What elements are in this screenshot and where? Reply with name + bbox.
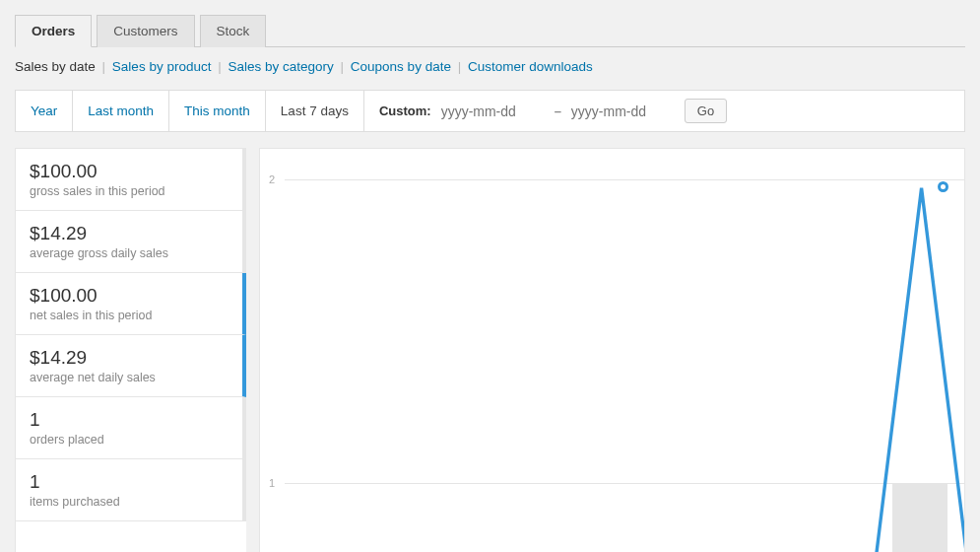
sales-chart: 2 1	[259, 148, 965, 552]
stat-label: orders placed	[30, 433, 229, 447]
period-this-month[interactable]: This month	[169, 91, 266, 131]
stat-value: $100.00	[30, 161, 229, 182]
custom-label: Custom:	[379, 104, 431, 118]
stat-avg-gross-daily[interactable]: $14.29 average gross daily sales	[16, 211, 246, 273]
stat-orders-placed[interactable]: 1 orders placed	[16, 397, 246, 459]
tab-orders[interactable]: Orders	[15, 15, 92, 47]
custom-date-range: Custom: – Go	[364, 91, 964, 131]
separator: |	[218, 59, 222, 74]
stat-value: $14.29	[30, 347, 229, 369]
stat-value: $14.29	[30, 223, 229, 244]
period-selector-row: Year Last month This month Last 7 days C…	[15, 90, 965, 132]
stat-value: 1	[30, 409, 229, 431]
tab-stock[interactable]: Stock	[200, 15, 267, 47]
period-year[interactable]: Year	[16, 91, 73, 131]
separator: |	[341, 59, 345, 74]
stat-gross-sales[interactable]: $100.00 gross sales in this period	[16, 149, 246, 211]
sublink-sales-by-category[interactable]: Sales by category	[228, 59, 333, 74]
y-tick: 1	[269, 477, 275, 489]
date-separator: –	[555, 104, 561, 118]
chart-line-svg	[285, 149, 964, 552]
stat-value: 1	[30, 471, 229, 493]
sublink-coupons-by-date[interactable]: Coupons by date	[351, 59, 451, 74]
date-to-input[interactable]	[571, 104, 675, 119]
separator: |	[458, 59, 462, 74]
chart-data-point-icon	[938, 181, 948, 192]
y-tick: 2	[269, 173, 275, 185]
stats-sidebar: $100.00 gross sales in this period $14.2…	[15, 148, 246, 552]
separator: |	[102, 59, 106, 74]
sublink-current: Sales by date	[15, 59, 96, 74]
stat-items-purchased[interactable]: 1 items purchased	[16, 459, 246, 521]
stat-label: items purchased	[30, 495, 229, 509]
stat-label: gross sales in this period	[30, 184, 229, 198]
stat-value: $100.00	[30, 285, 229, 307]
stat-avg-net-daily[interactable]: $14.29 average net daily sales	[16, 335, 246, 397]
top-tab-bar: Orders Customers Stock	[15, 15, 965, 47]
period-last-month[interactable]: Last month	[73, 91, 169, 131]
stat-net-sales[interactable]: $100.00 net sales in this period	[16, 273, 246, 335]
sublink-sales-by-product[interactable]: Sales by product	[112, 59, 212, 74]
go-button[interactable]: Go	[685, 99, 727, 123]
period-last-7-days[interactable]: Last 7 days	[266, 91, 364, 131]
stat-label: net sales in this period	[30, 309, 229, 322]
stat-label: average gross daily sales	[30, 246, 229, 260]
tab-customers[interactable]: Customers	[97, 15, 194, 47]
stat-label: average net daily sales	[30, 371, 229, 384]
date-from-input[interactable]	[441, 104, 545, 119]
report-sublinks: Sales by date | Sales by product | Sales…	[15, 59, 965, 74]
sublink-customer-downloads[interactable]: Customer downloads	[468, 59, 593, 74]
